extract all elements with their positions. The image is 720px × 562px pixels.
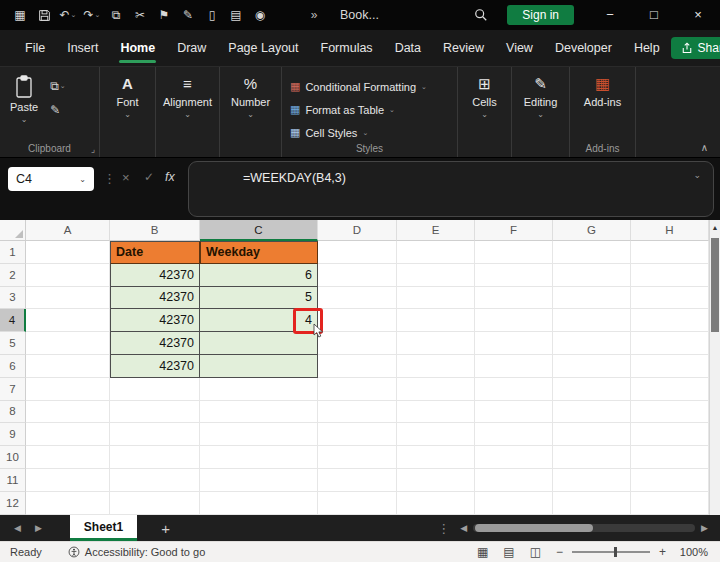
camera-icon[interactable]: ◉ bbox=[248, 0, 272, 30]
zoom-slider[interactable] bbox=[572, 551, 650, 553]
undo-chevron-icon[interactable]: ⌄ bbox=[71, 0, 77, 30]
cell-E7[interactable] bbox=[397, 378, 475, 401]
previous-sheet-icon[interactable]: ◀ bbox=[14, 523, 21, 533]
menu-tab-review[interactable]: Review bbox=[432, 30, 495, 66]
cell-B10[interactable] bbox=[110, 446, 200, 469]
cell-styles-button[interactable]: ▦ Cell Styles ⌄ bbox=[290, 121, 368, 144]
cell-C9[interactable] bbox=[200, 423, 318, 446]
cell-A6[interactable] bbox=[26, 355, 110, 378]
menu-tab-draw[interactable]: Draw bbox=[166, 30, 217, 66]
cell-B3[interactable]: 42370 bbox=[110, 287, 200, 310]
cell-G12[interactable] bbox=[553, 492, 631, 515]
cell-D3[interactable] bbox=[318, 287, 397, 310]
cell-A7[interactable] bbox=[26, 378, 110, 401]
row-header-3[interactable]: 3 bbox=[0, 287, 26, 310]
cell-C11[interactable] bbox=[200, 469, 318, 492]
app-menu-icon[interactable]: ▦ bbox=[8, 0, 32, 30]
cell-H12[interactable] bbox=[631, 492, 709, 515]
cell-F4[interactable] bbox=[475, 309, 553, 332]
cell-H10[interactable] bbox=[631, 446, 709, 469]
cell-E8[interactable] bbox=[397, 401, 475, 424]
cell-B7[interactable] bbox=[110, 378, 200, 401]
menu-tab-file[interactable]: File bbox=[14, 30, 56, 66]
cell-E6[interactable] bbox=[397, 355, 475, 378]
cell-H5[interactable] bbox=[631, 332, 709, 355]
font-group-button[interactable]: A Font ⌄ bbox=[100, 67, 156, 157]
column-header-e[interactable]: E bbox=[397, 220, 475, 241]
cell-C5[interactable] bbox=[200, 332, 318, 355]
row-header-4[interactable]: 4 bbox=[0, 309, 26, 332]
cell-F8[interactable] bbox=[475, 401, 553, 424]
sign-in-button[interactable]: Sign in bbox=[507, 5, 574, 25]
cell-E1[interactable] bbox=[397, 241, 475, 264]
cell-F9[interactable] bbox=[475, 423, 553, 446]
cell-B2[interactable]: 42370 bbox=[110, 264, 200, 287]
row-header-11[interactable]: 11 bbox=[0, 469, 26, 492]
cell-A8[interactable] bbox=[26, 401, 110, 424]
format-painter-icon[interactable]: ✎ bbox=[176, 0, 200, 30]
next-sheet-icon[interactable]: ▶ bbox=[35, 523, 42, 533]
redo-icon[interactable]: ↷⌄ bbox=[80, 0, 104, 30]
sheetbar-menu-icon[interactable]: ⋮ bbox=[437, 521, 450, 536]
cell-C4[interactable]: 4 bbox=[200, 309, 318, 332]
cell-D4[interactable] bbox=[318, 309, 397, 332]
cell-G3[interactable] bbox=[553, 287, 631, 310]
redo-chevron-icon[interactable]: ⌄ bbox=[95, 0, 101, 30]
zoom-out-button[interactable]: − bbox=[556, 545, 563, 559]
copy-icon[interactable]: ⧉ bbox=[104, 0, 128, 30]
cell-B12[interactable] bbox=[110, 492, 200, 515]
cell-A11[interactable] bbox=[26, 469, 110, 492]
cell-E9[interactable] bbox=[397, 423, 475, 446]
row-header-10[interactable]: 10 bbox=[0, 446, 26, 469]
cell-A3[interactable] bbox=[26, 287, 110, 310]
row-header-6[interactable]: 6 bbox=[0, 355, 26, 378]
cut-icon[interactable]: ✂ bbox=[128, 0, 152, 30]
column-header-c[interactable]: C bbox=[200, 220, 318, 241]
cancel-entry-icon[interactable]: × bbox=[122, 170, 130, 185]
cell-E11[interactable] bbox=[397, 469, 475, 492]
cell-B8[interactable] bbox=[110, 401, 200, 424]
menu-tab-page-layout[interactable]: Page Layout bbox=[217, 30, 309, 66]
scroll-right-icon[interactable]: ▶ bbox=[701, 523, 708, 533]
cell-E10[interactable] bbox=[397, 446, 475, 469]
flag-icon[interactable]: ⚑ bbox=[152, 0, 176, 30]
cell-C12[interactable] bbox=[200, 492, 318, 515]
row-header-1[interactable]: 1 bbox=[0, 241, 26, 264]
row-header-9[interactable]: 9 bbox=[0, 423, 26, 446]
scroll-up-icon[interactable]: ▲ bbox=[710, 220, 720, 236]
format-painter-button[interactable]: ✎ bbox=[50, 103, 65, 117]
cells-group-button[interactable]: ⊞ Cells ⌄ bbox=[458, 67, 512, 157]
horizontal-scrollbar-thumb[interactable] bbox=[475, 524, 593, 532]
cell-G11[interactable] bbox=[553, 469, 631, 492]
cell-G7[interactable] bbox=[553, 378, 631, 401]
cell-C10[interactable] bbox=[200, 446, 318, 469]
quick-access-overflow-icon[interactable]: » bbox=[302, 0, 326, 30]
cell-A10[interactable] bbox=[26, 446, 110, 469]
column-header-b[interactable]: B bbox=[110, 220, 200, 241]
cell-B5[interactable]: 42370 bbox=[110, 332, 200, 355]
cell-F6[interactable] bbox=[475, 355, 553, 378]
normal-view-icon[interactable]: ▦ bbox=[477, 545, 488, 559]
menu-tab-data[interactable]: Data bbox=[384, 30, 432, 66]
cell-D1[interactable] bbox=[318, 241, 397, 264]
cell-G10[interactable] bbox=[553, 446, 631, 469]
cell-F1[interactable] bbox=[475, 241, 553, 264]
cell-C8[interactable] bbox=[200, 401, 318, 424]
search-icon[interactable] bbox=[469, 8, 493, 22]
add-ins-button[interactable]: ▦ Add-ins Add-ins bbox=[570, 67, 636, 157]
cell-B11[interactable] bbox=[110, 469, 200, 492]
cell-B6[interactable]: 42370 bbox=[110, 355, 200, 378]
cell-E3[interactable] bbox=[397, 287, 475, 310]
paste-chevron-icon[interactable]: ⌄ bbox=[21, 115, 28, 124]
cell-D11[interactable] bbox=[318, 469, 397, 492]
format-as-table-button[interactable]: ▦ Format as Table ⌄ bbox=[290, 98, 395, 121]
cell-A4[interactable] bbox=[26, 309, 110, 332]
column-header-f[interactable]: F bbox=[475, 220, 553, 241]
number-group-button[interactable]: % Number ⌄ bbox=[220, 67, 282, 157]
cell-G8[interactable] bbox=[553, 401, 631, 424]
cell-G9[interactable] bbox=[553, 423, 631, 446]
cell-E2[interactable] bbox=[397, 264, 475, 287]
cell-H6[interactable] bbox=[631, 355, 709, 378]
formula-bar-expand-icon[interactable]: ⌄ bbox=[693, 170, 701, 180]
cell-B4[interactable]: 42370 bbox=[110, 309, 200, 332]
